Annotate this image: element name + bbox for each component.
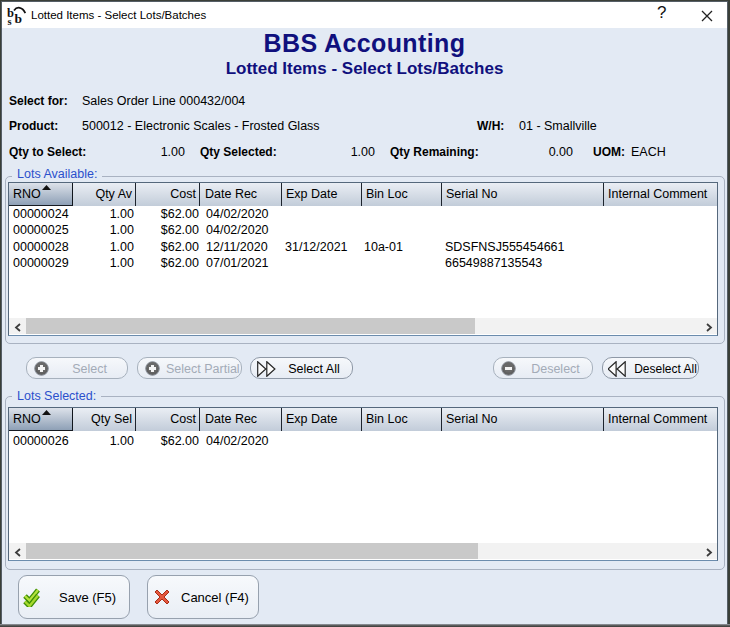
svg-text:b: b — [15, 11, 23, 26]
svg-text:s: s — [8, 16, 12, 27]
